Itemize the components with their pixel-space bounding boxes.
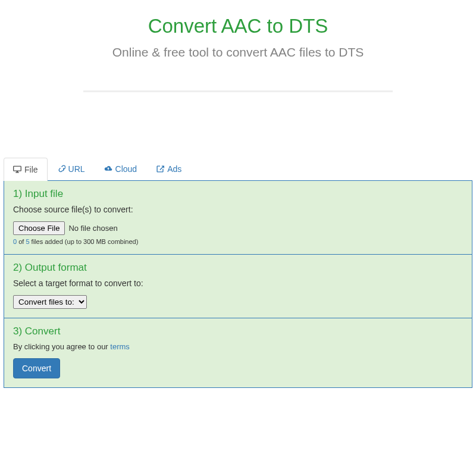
- step-convert: 3) Convert By clicking you agree to our …: [4, 318, 472, 387]
- tabs-container: File URL Cloud Ads: [0, 158, 476, 388]
- tab-ads[interactable]: Ads: [146, 158, 191, 180]
- link-icon: [57, 165, 65, 173]
- tab-url[interactable]: URL: [48, 158, 95, 180]
- monitor-icon: [13, 165, 21, 174]
- page-subtitle: Online & free tool to convert AAC files …: [95, 43, 381, 61]
- terms-text: By clicking you agree to our terms: [13, 342, 463, 351]
- step2-desc: Select a target format to convert to:: [13, 278, 463, 288]
- file-count-note: 0 of 5 files added (up to 300 MB combine…: [13, 238, 463, 245]
- tab-cloud[interactable]: Cloud: [95, 158, 147, 180]
- step1-title: 1) Input file: [13, 188, 463, 200]
- external-link-icon: [156, 165, 164, 173]
- tab-ads-label: Ads: [167, 164, 181, 174]
- step-output-format: 2) Output format Select a target format …: [4, 255, 472, 318]
- tab-url-label: URL: [68, 164, 85, 174]
- step-input-file: 1) Input file Choose source file(s) to c…: [4, 181, 472, 255]
- step2-title: 2) Output format: [13, 262, 463, 274]
- header: Convert AAC to DTS Online & free tool to…: [0, 0, 476, 98]
- file-input-row: Choose File No file chosen: [13, 221, 463, 235]
- file-status-text: No file chosen: [68, 224, 117, 233]
- cloud-icon: [104, 165, 112, 173]
- tab-file-label: File: [24, 165, 38, 174]
- page-title: Convert AAC to DTS: [12, 15, 464, 37]
- tab-file[interactable]: File: [4, 158, 48, 181]
- convert-button[interactable]: Convert: [13, 358, 60, 378]
- terms-link[interactable]: terms: [110, 342, 130, 351]
- step1-desc: Choose source file(s) to convert:: [13, 205, 463, 214]
- choose-file-button[interactable]: Choose File: [13, 221, 65, 235]
- tab-cloud-label: Cloud: [115, 164, 137, 174]
- steps-panel: 1) Input file Choose source file(s) to c…: [4, 180, 472, 388]
- header-divider: [83, 90, 393, 92]
- output-format-select[interactable]: Convert files to:: [13, 295, 87, 309]
- tab-list: File URL Cloud Ads: [4, 158, 472, 181]
- step3-title: 3) Convert: [13, 325, 463, 337]
